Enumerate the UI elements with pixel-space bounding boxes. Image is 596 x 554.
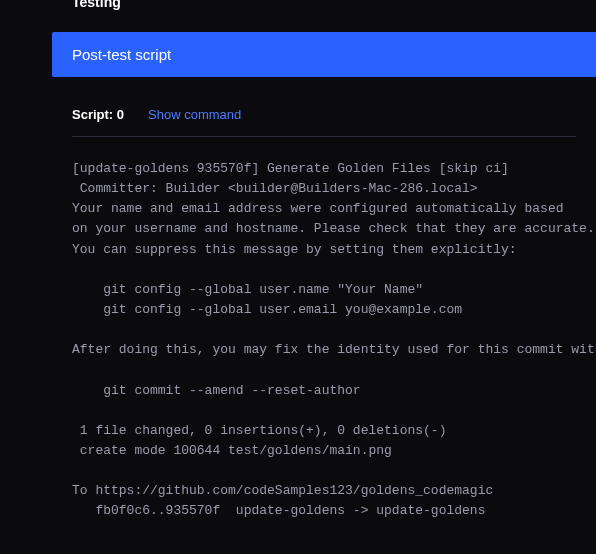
log-output: [update-goldens 935570f] Generate Golden… <box>52 137 596 544</box>
post-test-script-banner[interactable]: Post-test script <box>52 32 596 77</box>
show-command-link[interactable]: Show command <box>148 107 241 122</box>
section-title: Testing <box>52 0 596 16</box>
script-header-row: Script: 0 Show command <box>52 89 596 136</box>
script-label: Script: 0 <box>72 107 124 122</box>
